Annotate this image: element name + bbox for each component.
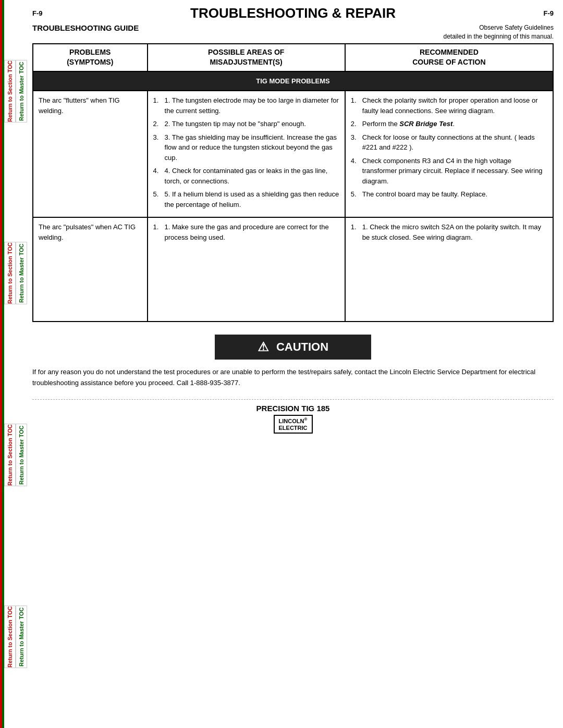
table-row: The arc "flutters" when TIG welding. 1.1… — [33, 91, 553, 217]
col-header-recommended: RECOMMENDEDCOURSE OF ACTION — [345, 44, 553, 71]
recommended-cell-1: 1.Check the polarity switch for proper o… — [345, 91, 553, 217]
section-toc-tab-1[interactable]: Return to Section TOC — [4, 60, 16, 122]
recommended-list-1: 1.Check the polarity switch for proper o… — [351, 95, 547, 203]
problem-cell-2: The arc "pulsates" when AC TIG welding. — [33, 217, 148, 322]
trouble-table: PROBLEMS(SYMPTOMS) POSSIBLE AREAS OFMISA… — [32, 43, 554, 323]
master-toc-tab-3[interactable]: Return to Master TOC — [16, 424, 27, 486]
section-toc-tab-3[interactable]: Return to Section TOC — [4, 424, 16, 486]
page-header: F-9 TROUBLESHOOTING & REPAIR F-9 — [32, 5, 554, 21]
master-tab-group-inner: Return to Master TOC Return to Master TO… — [16, 0, 27, 728]
caution-box: ⚠ CAUTION — [215, 335, 371, 360]
lincoln-logo-line2: ELECTRIC — [279, 425, 308, 431]
section-toc-tab-4[interactable]: Return to Section TOC — [4, 606, 16, 668]
list-item: 5.5. If a helium blend is used as a shie… — [153, 189, 339, 213]
recommended-list-2: 1.1. Check the micro switch S2A on the p… — [351, 222, 547, 245]
tig-mode-header: TIG MODE PROBLEMS — [33, 71, 553, 91]
caution-icon: ⚠ — [258, 340, 269, 354]
possible-list-1: 1.1. The tungsten electrode may be too l… — [153, 95, 339, 213]
lincoln-logo-line1: LINCOLN® — [279, 417, 308, 425]
master-tab-group: Return to Master TOC Return to Master TO… — [16, 0, 27, 728]
section-toc-tab-2[interactable]: Return to Section TOC — [4, 242, 16, 304]
footer-title: PRECISION TIG 185 — [32, 404, 554, 413]
list-item: 4.Check components R3 and C4 in the high… — [351, 156, 547, 190]
section-tab-group-inner: Return to Section TOC Return to Section … — [4, 0, 16, 728]
list-item: 3.3. The gas shielding may be insufficie… — [153, 132, 339, 166]
master-toc-tab-2[interactable]: Return to Master TOC — [16, 242, 27, 304]
main-content: F-9 TROUBLESHOOTING & REPAIR F-9 TROUBLE… — [27, 0, 563, 439]
side-tabs: Return to Section TOC Return to Section … — [0, 0, 27, 728]
table-row: The arc "pulsates" when AC TIG welding. … — [33, 217, 553, 322]
section-tab-group: Return to Section TOC Return to Section … — [4, 0, 16, 728]
recommended-cell-2: 1.1. Check the micro switch S2A on the p… — [345, 217, 553, 322]
list-item: 2.2. The tungsten tip may not be "sharp"… — [153, 119, 339, 132]
page-number-left: F-9 — [32, 9, 43, 17]
list-item: 5.The control board may be faulty. Repla… — [351, 189, 547, 203]
section-title-row: TROUBLESHOOTING GUIDE Observe Safety Gui… — [32, 23, 554, 41]
page-footer: PRECISION TIG 185 LINCOLN® ELECTRIC — [32, 399, 554, 434]
list-item: 1.1. The tungsten electrode may be too l… — [153, 95, 339, 119]
master-toc-tab-4[interactable]: Return to Master TOC — [16, 606, 27, 668]
section-title: TROUBLESHOOTING GUIDE — [32, 23, 139, 32]
master-toc-tab-1[interactable]: Return to Master TOC — [16, 60, 27, 122]
possible-list-2: 1.1. Make sure the gas and procedure are… — [153, 222, 339, 245]
page-title: TROUBLESHOOTING & REPAIR — [43, 5, 544, 21]
col-header-possible: POSSIBLE AREAS OFMISADJUSTMENT(S) — [148, 44, 345, 71]
list-item: 1.Check the polarity switch for proper o… — [351, 95, 547, 119]
possible-cell-1: 1.1. The tungsten electrode may be too l… — [148, 91, 345, 217]
problem-cell-1: The arc "flutters" when TIG welding. — [33, 91, 148, 217]
caution-section: ⚠ CAUTION If for any reason you do not u… — [32, 335, 554, 389]
possible-cell-2: 1.1. Make sure the gas and procedure are… — [148, 217, 345, 322]
caution-label: CAUTION — [276, 340, 328, 354]
lincoln-logo: LINCOLN® ELECTRIC — [274, 415, 313, 434]
page-number-right: F-9 — [544, 9, 554, 17]
col-header-problems: PROBLEMS(SYMPTOMS) — [33, 44, 148, 71]
list-item: 3.Check for loose or faulty connections … — [351, 132, 547, 156]
list-item: 4.4. Check for contaminated gas or leaks… — [153, 166, 339, 189]
list-item: 2.Perform the SCR Bridge Test. — [351, 119, 547, 132]
safety-note: Observe Safety Guidelines detailed in th… — [444, 23, 554, 41]
caution-text-body: If for any reason you do not understand … — [32, 367, 554, 389]
list-item: 1.1. Check the micro switch S2A on the p… — [351, 222, 547, 245]
list-item: 1.1. Make sure the gas and procedure are… — [153, 222, 339, 245]
